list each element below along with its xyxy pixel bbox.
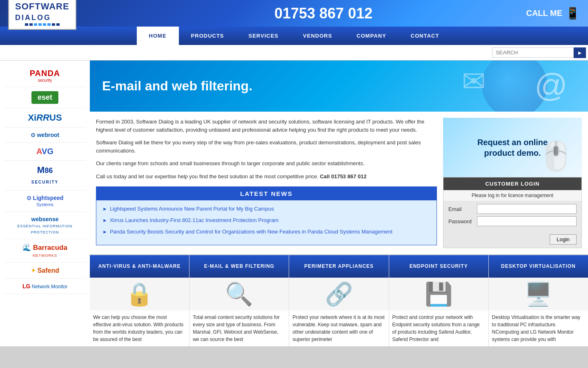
news-header: LATEST NEWS bbox=[96, 187, 437, 200]
mouse-icon: 🖱️ bbox=[538, 139, 574, 173]
product-img-perimeter: 🔗 bbox=[289, 278, 388, 310]
product-img-email: 🔍 bbox=[189, 278, 289, 310]
news-item-1: ► Xirrus Launches Industry-First 802.11a… bbox=[102, 217, 430, 224]
demo-text: Request an onlineproduct demo. bbox=[477, 137, 548, 158]
news-link-1[interactable]: Xirrus Launches Industry-First 802.11ac … bbox=[110, 217, 278, 224]
panda-sub: security bbox=[4, 78, 86, 83]
product-sections: ANTI-VIRUS & ANTI-MALWARE 🔒 We can help … bbox=[90, 254, 588, 346]
news-link-0[interactable]: Lightspeed Systems Announce New Parent P… bbox=[110, 205, 274, 213]
perimeter-icon: 🔗 bbox=[325, 281, 353, 307]
desktop-icon: 🖥️ bbox=[524, 281, 552, 307]
search-input[interactable] bbox=[492, 47, 574, 58]
email-filter-icon: 🔍 bbox=[225, 281, 253, 307]
product-header-perimeter: PERIMETER APPLIANCES bbox=[289, 255, 388, 278]
nav-services[interactable]: SERVICES bbox=[236, 27, 291, 45]
sidebar-item-safend[interactable]: ✦ Safend bbox=[4, 263, 86, 279]
product-col-desktop: DESKTOP VIRTUALISATION 🖥️ Desktop Virtua… bbox=[489, 255, 588, 346]
websense-logo: websense ESSENTIAL INFORMATION PROTECTIO… bbox=[4, 216, 86, 235]
news-item-2: ► Panda Security Boosts Security and Con… bbox=[102, 228, 430, 236]
news-link-2[interactable]: Panda Security Boosts Security and Contr… bbox=[110, 228, 392, 236]
product-img-endpoint: 💾 bbox=[389, 278, 488, 310]
call-me: CALL ME 📱 bbox=[526, 7, 580, 20]
header: SOFTWAREDIALOG 01753 867 012 CALL ME 📱 bbox=[0, 0, 588, 27]
login-box: CUSTOMER LOGIN Please log in for licence… bbox=[443, 177, 582, 248]
news-arrow-0: ► bbox=[102, 206, 107, 212]
safend-logo: ✦ Safend bbox=[4, 267, 86, 274]
nav-products[interactable]: PRODUCTS bbox=[179, 27, 236, 45]
nav-home[interactable]: HOME bbox=[137, 27, 179, 45]
intro-p4-text: Call us today and let our expertise help… bbox=[96, 173, 318, 180]
main-content: Formed in 2003, Software Dialog is a lea… bbox=[90, 112, 588, 254]
m86-logo: M86SECURITY bbox=[4, 165, 86, 186]
eset-logo: eset bbox=[31, 91, 58, 104]
lightspeed-logo: ⊙ Lightspeed Systems bbox=[4, 195, 86, 207]
product-desc-antivirus: We can help you choose the most effectiv… bbox=[90, 310, 189, 346]
panda-logo: PANDA bbox=[4, 69, 86, 78]
phone-icon: 📱 bbox=[566, 7, 580, 20]
login-header: CUSTOMER LOGIN bbox=[443, 177, 581, 190]
call-me-label: CALL ME bbox=[526, 9, 562, 18]
sidebar-item-avg[interactable]: AVG bbox=[4, 143, 86, 161]
antivirus-icon: 🔒 bbox=[125, 281, 154, 307]
banner-text: E-mail and web filtering. bbox=[102, 79, 252, 94]
product-img-antivirus: 🔒 bbox=[90, 278, 189, 310]
text-section: Formed in 2003, Software Dialog is a lea… bbox=[96, 118, 437, 248]
avg-logo: AVG bbox=[4, 147, 86, 156]
nav-bar: HOME PRODUCTS SERVICES VENDORS COMPANY C… bbox=[0, 27, 588, 45]
barracuda-logo: 🌊 Barracuda NETWORKS bbox=[4, 243, 86, 258]
login-email-input[interactable] bbox=[477, 204, 577, 214]
logo-text: SOFTWAREDIALOG bbox=[15, 1, 69, 22]
nav-vendors[interactable]: VENDORS bbox=[291, 27, 344, 45]
sidebar-item-webroot[interactable]: ⊙ webroot bbox=[4, 128, 86, 143]
intro-p2: Software Dialog will be there for you ev… bbox=[96, 139, 437, 155]
search-bar: ► bbox=[0, 45, 588, 61]
sidebar-item-barracuda[interactable]: 🌊 Barracuda NETWORKS bbox=[4, 239, 86, 263]
product-desc-email: Total email content security solutions f… bbox=[189, 310, 289, 346]
logo[interactable]: SOFTWAREDIALOG bbox=[8, 0, 76, 30]
product-header-desktop: DESKTOP VIRTUALISATION bbox=[489, 255, 588, 278]
nav-company[interactable]: COMPANY bbox=[344, 27, 398, 45]
sidebar-item-lg[interactable]: LG Network Monitor bbox=[4, 279, 86, 294]
login-button[interactable]: Login bbox=[550, 234, 577, 245]
login-subtext: Please log in for licence management bbox=[443, 190, 581, 201]
sidebar-item-m86[interactable]: M86SECURITY bbox=[4, 161, 86, 191]
sidebar-item-panda[interactable]: PANDA security bbox=[4, 65, 86, 87]
product-col-antivirus: ANTI-VIRUS & ANTI-MALWARE 🔒 We can help … bbox=[90, 255, 189, 346]
sidebar-item-xirrus[interactable]: XiRRUS bbox=[4, 108, 86, 128]
product-desc-perimeter: Protect your network where it is at its … bbox=[289, 310, 388, 346]
news-content: ► Lightspeed Systems Announce New Parent… bbox=[96, 200, 437, 245]
phone-number: 01753 867 012 bbox=[274, 5, 372, 22]
webroot-logo: ⊙ webroot bbox=[4, 132, 86, 138]
logo-dots bbox=[25, 23, 60, 26]
login-email-label: Email bbox=[448, 206, 477, 212]
login-password-label: Password bbox=[448, 218, 477, 224]
intro-p3: Our clients range from schools and small… bbox=[96, 159, 437, 168]
sidebar-item-lightspeed[interactable]: ⊙ Lightspeed Systems bbox=[4, 191, 86, 212]
product-header-endpoint: ENDPOINT SECURITY bbox=[389, 255, 488, 278]
banner: ✉ @ E-mail and web filtering. bbox=[90, 61, 588, 112]
intro-phone: Call 01753 867 012 bbox=[320, 173, 366, 180]
content-area: ✉ @ E-mail and web filtering. Formed in … bbox=[90, 61, 588, 346]
product-img-desktop: 🖥️ bbox=[489, 278, 588, 310]
product-desc-endpoint: Protect and control your network with En… bbox=[389, 310, 488, 346]
lg-logo: LG Network Monitor bbox=[4, 283, 86, 289]
news-item-0: ► Lightspeed Systems Announce New Parent… bbox=[102, 205, 430, 213]
news-arrow-1: ► bbox=[102, 218, 107, 223]
sidebar-item-eset[interactable]: eset bbox=[4, 87, 86, 108]
product-col-email: E-MAIL & WEB FILTERING 🔍 Total email con… bbox=[189, 255, 289, 346]
sidebar: PANDA security eset XiRRUS ⊙ webroot AVG… bbox=[0, 61, 90, 346]
nav-contact[interactable]: CONTACT bbox=[399, 27, 452, 45]
demo-image[interactable]: Request an onlineproduct demo. 🖱️ bbox=[443, 118, 582, 177]
xirrus-logo: XiRRUS bbox=[4, 112, 86, 123]
search-button[interactable]: ► bbox=[574, 47, 586, 58]
product-col-endpoint: ENDPOINT SECURITY 💾 Protect and control … bbox=[389, 255, 489, 346]
news-section: LATEST NEWS ► Lightspeed Systems Announc… bbox=[96, 186, 437, 245]
demo-panel: Request an onlineproduct demo. 🖱️ CUSTOM… bbox=[443, 118, 582, 248]
content-with-demo: Formed in 2003, Software Dialog is a lea… bbox=[96, 118, 582, 248]
product-header-email: E-MAIL & WEB FILTERING bbox=[189, 255, 289, 278]
login-password-row: Password bbox=[448, 216, 577, 226]
intro-p1: Formed in 2003, Software Dialog is a lea… bbox=[96, 118, 437, 134]
banner-envelope-icon: ✉ bbox=[462, 65, 486, 98]
sidebar-item-websense[interactable]: websense ESSENTIAL INFORMATION PROTECTIO… bbox=[4, 212, 86, 239]
login-password-input[interactable] bbox=[477, 216, 577, 226]
